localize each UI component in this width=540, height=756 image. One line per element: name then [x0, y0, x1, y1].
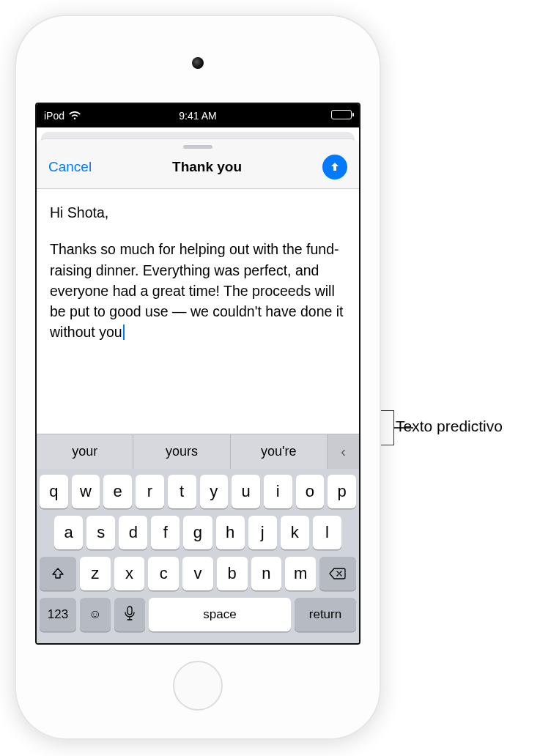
key-u[interactable]: u — [232, 475, 260, 508]
compose-title: Thank you — [172, 159, 242, 175]
key-a[interactable]: a — [54, 516, 83, 549]
sheet-grabber[interactable] — [183, 145, 212, 149]
key-m[interactable]: m — [285, 557, 316, 590]
callout-bracket — [381, 410, 394, 445]
key-o[interactable]: o — [296, 475, 325, 508]
prediction-1[interactable]: your — [37, 434, 133, 469]
key-c[interactable]: c — [148, 557, 179, 590]
key-h[interactable]: h — [216, 516, 245, 549]
ipod-device-frame: iPod 9:41 AM Cancel Thank you — [15, 15, 381, 740]
key-x[interactable]: x — [114, 557, 145, 590]
keyboard-row-4: 123 ☺ space return — [40, 598, 356, 631]
key-s[interactable]: s — [86, 516, 115, 549]
compose-navbar: Cancel Thank you — [37, 155, 359, 188]
key-p[interactable]: p — [328, 475, 356, 508]
key-i[interactable]: i — [264, 475, 292, 508]
keyboard-row-1: q w e r t y u i o p — [40, 475, 356, 508]
prediction-2[interactable]: yours — [133, 434, 229, 469]
email-body-input[interactable]: Hi Shota, Thanks so much for helping out… — [37, 189, 359, 434]
key-f[interactable]: f — [151, 516, 180, 549]
key-b[interactable]: b — [217, 557, 248, 590]
send-button[interactable] — [322, 155, 347, 179]
emoji-key[interactable]: ☺ — [80, 598, 111, 631]
clock: 9:41 AM — [179, 110, 216, 122]
prediction-3[interactable]: you're — [230, 434, 327, 469]
numbers-key[interactable]: 123 — [40, 598, 76, 631]
key-r[interactable]: r — [136, 475, 164, 508]
key-e[interactable]: e — [103, 475, 132, 508]
dictation-key[interactable] — [114, 598, 145, 631]
emoji-icon: ☺ — [89, 607, 101, 622]
key-t[interactable]: t — [168, 475, 196, 508]
screen: iPod 9:41 AM Cancel Thank you — [35, 103, 360, 645]
text-cursor — [123, 325, 125, 340]
key-j[interactable]: j — [248, 516, 277, 549]
key-y[interactable]: y — [200, 475, 229, 508]
home-button[interactable] — [173, 661, 223, 711]
collapse-predictions-button[interactable]: ‹ — [327, 434, 359, 469]
svg-rect-0 — [127, 607, 132, 615]
keyboard-row-3: z x c v b n m — [40, 557, 356, 590]
status-left: iPod — [44, 110, 81, 122]
key-k[interactable]: k — [281, 516, 309, 549]
cancel-button[interactable]: Cancel — [48, 159, 92, 175]
battery-icon — [331, 110, 352, 119]
email-body-text: Thanks so much for helping out with the … — [50, 239, 346, 342]
keyboard-area: your yours you're ‹ q w e r t y u i o — [37, 434, 359, 643]
key-v[interactable]: v — [182, 557, 213, 590]
callout-label: Texto predictivo — [396, 418, 503, 435]
status-right — [331, 110, 352, 122]
front-camera — [192, 57, 204, 69]
chevron-left-icon: ‹ — [341, 443, 346, 460]
compose-sheet: Cancel Thank you — [37, 139, 359, 188]
carrier-label: iPod — [44, 110, 64, 122]
predictive-text-bar: your yours you're ‹ — [37, 434, 359, 469]
microphone-icon — [125, 606, 135, 624]
key-n[interactable]: n — [251, 557, 282, 590]
space-key[interactable]: space — [149, 598, 291, 631]
key-z[interactable]: z — [80, 557, 111, 590]
shift-key[interactable] — [40, 557, 76, 590]
key-d[interactable]: d — [119, 516, 147, 549]
key-q[interactable]: q — [40, 475, 68, 508]
return-key[interactable]: return — [295, 598, 356, 631]
email-greeting: Hi Shota, — [50, 202, 346, 223]
key-w[interactable]: w — [72, 475, 100, 508]
keyboard: q w e r t y u i o p a s d f g h — [37, 469, 359, 643]
status-bar: iPod 9:41 AM — [37, 104, 359, 127]
key-l[interactable]: l — [313, 516, 341, 549]
keyboard-row-2: a s d f g h j k l — [40, 516, 356, 549]
backspace-key[interactable] — [319, 557, 356, 590]
wifi-icon — [69, 111, 81, 120]
key-g[interactable]: g — [183, 516, 212, 549]
